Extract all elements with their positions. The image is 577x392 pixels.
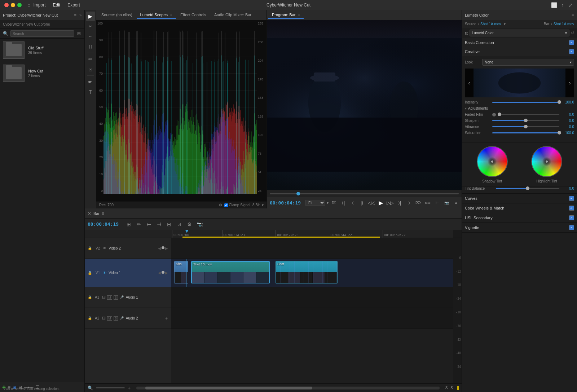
rewind-btn[interactable]: ◁◁ bbox=[367, 199, 375, 207]
a1-clips-track[interactable] bbox=[171, 287, 453, 308]
clamp-signal-checkbox[interactable]: Clamp Signal bbox=[224, 203, 250, 207]
highlight-tint-wheel[interactable] bbox=[530, 145, 563, 178]
vignette-header[interactable]: Vignette ✓ bbox=[462, 223, 577, 232]
a1-s-icon[interactable]: S bbox=[114, 295, 118, 300]
vibrance-thumb[interactable] bbox=[524, 125, 528, 128]
sequence-close-icon[interactable]: ✕ bbox=[88, 211, 91, 216]
a2-lock-icon[interactable]: 🔒 bbox=[88, 316, 92, 320]
v2-eye-icon[interactable]: 👁 bbox=[103, 246, 106, 250]
a1-lock-icon[interactable]: 🔒 bbox=[88, 295, 92, 299]
monitor-scrubber[interactable] bbox=[270, 193, 459, 194]
v1-lock-icon[interactable]: 🔒 bbox=[88, 271, 92, 275]
hsl-secondary-checkbox[interactable]: ✓ bbox=[569, 215, 574, 220]
a2-clips-track[interactable] bbox=[171, 308, 453, 329]
a2-mic-icon[interactable]: 🎤 bbox=[119, 316, 124, 321]
sequence-menu-icon[interactable]: ≡ bbox=[102, 211, 104, 216]
basic-correction-header[interactable]: Basic Correction ✓ bbox=[462, 38, 577, 47]
sharpen-value[interactable]: 0.0 bbox=[561, 119, 574, 123]
saturation-value[interactable]: 100.0 bbox=[561, 131, 574, 135]
saturation-thumb[interactable] bbox=[558, 131, 561, 135]
tl-link-tool[interactable]: ⊟ bbox=[165, 220, 173, 229]
tint-balance-slider[interactable] bbox=[496, 188, 559, 189]
adjustments-header[interactable]: ▾ Adjustments bbox=[465, 106, 574, 110]
lumetri-source-dropdown[interactable]: ▾ bbox=[504, 22, 506, 26]
clip-shot-3[interactable]: Shot bbox=[276, 261, 338, 283]
audio-mixer-tab[interactable]: Audio Clip Mixer: Bar bbox=[211, 12, 255, 19]
program-timecode[interactable]: 00:00:04:19 bbox=[270, 200, 301, 206]
zoom-dropdown[interactable]: ▾ bbox=[327, 201, 329, 205]
vignette-checkbox[interactable]: ✓ bbox=[569, 225, 574, 230]
razor-tool[interactable]: ✂ bbox=[86, 22, 95, 31]
v2-next-arrow[interactable]: ▶ bbox=[165, 246, 168, 250]
tl-snap-tool[interactable]: ⊞ bbox=[124, 220, 133, 229]
v2-lock-icon[interactable]: 🔒 bbox=[88, 246, 92, 250]
go-to-prev-btn[interactable]: |⟨ bbox=[358, 199, 366, 207]
faded-film-slider[interactable] bbox=[499, 114, 559, 115]
home-icon[interactable]: ⌂ bbox=[27, 2, 30, 8]
maximize-button[interactable] bbox=[17, 3, 22, 7]
playhead[interactable] bbox=[185, 230, 188, 238]
source-tab[interactable]: Source: (no clips) bbox=[98, 12, 136, 19]
lumetri-scopes-close[interactable]: ≡ bbox=[170, 13, 172, 17]
program-tab-close[interactable]: ≡ bbox=[298, 13, 300, 17]
clip-shot-1a[interactable]: Sho bbox=[174, 261, 188, 283]
go-to-in-btn[interactable]: ⟨| bbox=[339, 199, 347, 207]
sharpen-thumb[interactable] bbox=[524, 119, 528, 122]
timeline-scroll-bar[interactable] bbox=[136, 387, 439, 389]
creative-section-header[interactable]: Creative ✓ bbox=[462, 47, 577, 56]
timeline-timecode[interactable]: 00:00:04:19 bbox=[88, 221, 119, 227]
a2-s-icon[interactable]: S bbox=[114, 316, 118, 321]
search-clear-icon[interactable]: ⊞ bbox=[76, 30, 82, 37]
play-btn[interactable]: ▶ bbox=[377, 199, 385, 207]
v1-prev-arrow[interactable]: ◀ bbox=[158, 271, 161, 275]
lumetri-scopes-tab[interactable]: Lumetri Scopes ≡ bbox=[137, 12, 176, 19]
shadow-tint-wheel[interactable] bbox=[476, 145, 508, 178]
step-fwd-btn[interactable]: ⟩ bbox=[405, 199, 413, 207]
bin-new-cut[interactable]: New Cut 2 items bbox=[3, 65, 82, 82]
color-wheels-match-header[interactable]: Color Wheels & Match ✓ bbox=[462, 203, 577, 213]
zoom-select[interactable]: Fit 25% 50% 100% bbox=[305, 200, 325, 206]
intensity-thumb[interactable] bbox=[558, 100, 561, 104]
nav-edit[interactable]: Edit bbox=[53, 3, 60, 8]
v1-eye-icon[interactable]: 👁 bbox=[103, 271, 106, 275]
fast-forward-btn[interactable]: ▷▷ bbox=[386, 199, 394, 207]
curves-header[interactable]: Curves ✓ bbox=[462, 194, 577, 203]
scope-settings-icon[interactable]: ⚙ bbox=[219, 203, 222, 207]
tint-balance-value[interactable]: 0.0 bbox=[561, 186, 574, 190]
scrubber-thumb[interactable] bbox=[296, 192, 300, 195]
panel-list-icon[interactable]: ≡ bbox=[74, 13, 76, 17]
timeline-scroll-thumb[interactable] bbox=[145, 387, 312, 389]
lumetri-menu-icon[interactable]: ≡ bbox=[572, 13, 574, 18]
tl-settings-icon[interactable]: ⚙ bbox=[185, 220, 194, 229]
faded-film-dot[interactable] bbox=[492, 113, 496, 116]
a2-volume-icon[interactable]: ◈ bbox=[165, 316, 168, 320]
track-select-tool[interactable]: ↔ bbox=[86, 32, 95, 41]
select-tool[interactable]: ▶ bbox=[86, 12, 95, 21]
a1-mic-icon[interactable]: 🎤 bbox=[119, 295, 124, 300]
tl-marker-tool[interactable]: ⊿ bbox=[175, 220, 184, 229]
hand-move-tool[interactable]: ☛ bbox=[86, 77, 95, 87]
tl-insert-tool[interactable]: ⊢ bbox=[145, 220, 153, 229]
share-icon[interactable]: ↑ bbox=[561, 2, 564, 8]
hsl-secondary-header[interactable]: HSL Secondary ✓ bbox=[462, 213, 577, 223]
more-btn[interactable]: » bbox=[452, 199, 460, 207]
intensity-value[interactable]: 100.0 bbox=[561, 100, 574, 104]
basic-correction-checkbox[interactable]: ✓ bbox=[569, 40, 574, 45]
mark-in-btn[interactable]: ⌧ bbox=[330, 199, 338, 207]
search-input[interactable] bbox=[10, 30, 74, 37]
tl-edit-tool[interactable]: ✏ bbox=[135, 220, 143, 229]
look-dropdown[interactable]: None ▾ bbox=[482, 59, 574, 66]
hand-tool[interactable]: ⊡ bbox=[86, 65, 95, 74]
clamp-signal-input[interactable] bbox=[224, 203, 228, 207]
vibrance-slider[interactable] bbox=[492, 126, 559, 127]
vibrance-value[interactable]: 0.0 bbox=[561, 125, 574, 129]
program-monitor-tab[interactable]: Program: Bar ≡ bbox=[268, 12, 304, 19]
intensity-slider[interactable] bbox=[492, 102, 559, 103]
clip-shot-1b[interactable]: Shot 1B.mov bbox=[191, 261, 270, 283]
v2-clips-track[interactable] bbox=[171, 238, 453, 259]
effect-reset-icon[interactable]: ↺ bbox=[571, 31, 574, 35]
a1-m-icon[interactable]: M bbox=[107, 295, 112, 300]
nav-import[interactable]: Import bbox=[33, 3, 45, 8]
nav-export[interactable]: Export bbox=[67, 3, 80, 8]
creative-checkbox[interactable]: ✓ bbox=[569, 49, 574, 54]
